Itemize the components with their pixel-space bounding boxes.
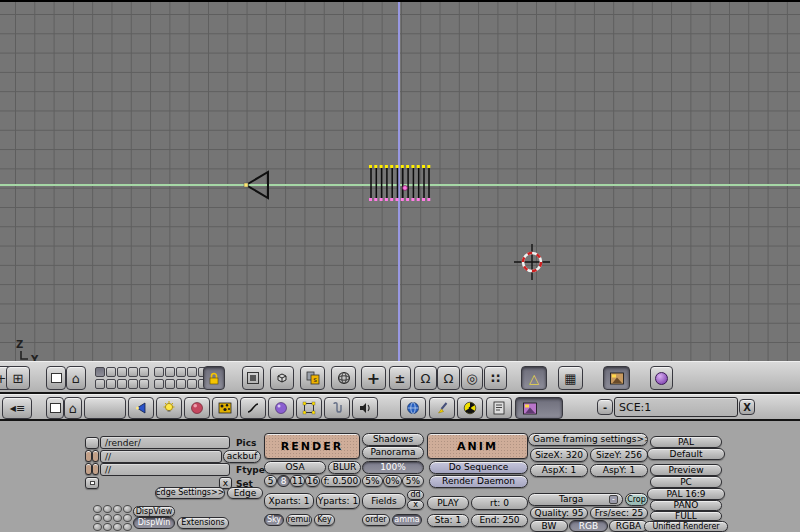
game-framing-button[interactable]: Game framing settings >> [528,433,648,446]
sta-stepper[interactable]: Sta: 1 [427,514,469,527]
layer-toggle[interactable] [95,367,105,377]
preset-unified-renderer-button[interactable]: Unified Renderer [644,521,728,532]
fullscreen-grid-icon-button[interactable]: ⊞ [6,366,30,390]
layer-toggle[interactable] [154,367,164,377]
backbuf-path-field[interactable]: // [100,450,222,463]
osa-16-button[interactable]: 16 [305,475,320,487]
backbuf-button[interactable]: ackbuf [223,450,261,463]
theme-icon-button[interactable] [650,366,673,390]
scene-close-button[interactable]: X [739,399,755,415]
fields-x-toggle[interactable]: x [407,500,424,510]
magnet-icon-button[interactable]: Ω [414,366,437,390]
osa-11-button[interactable]: 11 [290,475,305,487]
render-buttons-icon-button[interactable] [515,397,563,419]
scene-minus-button[interactable]: - [597,399,613,415]
preset-pal-button[interactable]: PAL [650,436,722,448]
edit-buttons-icon-button[interactable] [296,397,322,419]
ftype-mini-button-2[interactable] [92,463,99,475]
sound-buttons-icon-button[interactable] [352,397,378,419]
blur-5pct-button[interactable]: 5% [362,475,383,487]
aspy-stepper[interactable]: AspY: 1 [590,464,648,477]
preset-full-button[interactable]: FULL [650,511,722,521]
preset-pc-button[interactable]: PC [650,476,722,488]
yparts-stepper[interactable]: Yparts: 1 [316,493,360,509]
aspx-stepper[interactable]: AspX: 1 [530,464,588,477]
rgba-toggle[interactable]: RGBA [609,520,648,532]
material-buttons-icon-button[interactable] [184,397,210,419]
layer-toggle[interactable] [139,379,149,389]
sizex-stepper[interactable]: SizeX: 320 [530,448,588,462]
set-mini-button[interactable] [85,477,99,489]
window-icon-button[interactable] [46,366,66,390]
size-100-toggle[interactable]: 100% [362,461,424,474]
3d-viewport[interactable]: Z Y [0,2,800,361]
camera-object[interactable] [238,166,274,204]
render-button[interactable]: RENDER [264,433,360,459]
key-toggle[interactable]: Key [314,514,335,526]
xparts-stepper[interactable]: Xparts: 1 [264,493,314,509]
do-sequence-toggle[interactable]: Do Sequence [429,461,528,474]
render-preview-icon-button[interactable] [603,366,630,390]
home-icon-button-2[interactable]: ⌂ [64,397,82,419]
dispview-button[interactable]: DispView [133,506,175,517]
preset-pano-button[interactable]: PANO [650,500,722,511]
border-toggle[interactable]: order [362,514,390,526]
draw-mode-icon-button[interactable] [270,366,294,390]
layer-toggle[interactable] [165,367,175,377]
paint-buttons-icon-button[interactable] [429,397,455,419]
layer-toggle[interactable] [117,379,127,389]
layer-toggle[interactable] [187,367,197,377]
rt-stepper[interactable]: rt: 0 [471,496,528,510]
oval-button[interactable] [123,505,132,513]
edge-button[interactable]: Edge [227,487,263,499]
shadows-toggle[interactable]: Shadows [362,433,424,446]
radiosity-buttons-icon-button[interactable] [457,397,483,419]
window-type-menu-button[interactable]: ◀ ≡ [2,397,32,419]
layer-toggle[interactable] [106,367,116,377]
pics-path-field[interactable]: /render/ [100,436,230,449]
anim-button[interactable]: ANIM [427,433,528,459]
anim-buttons-icon-button[interactable] [240,397,266,419]
rotation-sphere-icon-button[interactable] [331,366,356,390]
osa-8-button[interactable]: 8 [277,475,290,487]
face-select-icon-button[interactable]: s [300,366,325,390]
layer-toggle[interactable] [187,379,197,389]
snap-target-icon-button[interactable]: ◎ [461,366,483,390]
blur-toggle[interactable]: BLUR [328,461,361,474]
layer-toggle[interactable] [176,379,186,389]
layer-toggle[interactable] [128,379,138,389]
ftype-path-field[interactable]: // [100,463,230,476]
oval-button[interactable] [93,523,102,531]
osa-5-button[interactable]: 5 [264,475,277,487]
oval-button[interactable] [103,505,112,513]
layer-toggle[interactable] [95,379,105,389]
preset-pal169-button[interactable]: PAL 16:9 [647,488,725,500]
oval-button[interactable] [113,523,122,531]
blur-0pct-button[interactable]: 0% [383,475,402,487]
filetype-dropdown[interactable]: Targa - [528,493,623,506]
premul-toggle[interactable]: remul [286,514,312,526]
focal-value-button[interactable]: f: 0.500 [321,475,361,487]
end-stepper[interactable]: End: 250 [471,514,528,527]
gamma-toggle[interactable]: amma [392,514,422,526]
window-icon-button-2[interactable] [46,397,64,419]
layer-toggle[interactable] [106,379,116,389]
blur-5pct-button-2[interactable]: 5% [402,475,424,487]
sizey-stepper[interactable]: SizeY: 256 [590,448,648,462]
grid-table-icon-button[interactable]: ▦ [558,366,583,390]
layer-toggle[interactable] [165,379,175,389]
fields-toggle[interactable]: Fields [362,493,406,509]
home-icon-button[interactable]: ⌂ [66,366,86,390]
magnet-dot-icon-button[interactable]: Ω [437,366,460,390]
oval-button[interactable] [113,514,122,522]
sky-toggle[interactable]: Sky [264,514,284,526]
script-buttons-icon-button[interactable] [486,397,512,419]
render-daemon-toggle[interactable]: Render Daemon [429,475,528,488]
local-view-icon-button[interactable] [242,366,264,390]
layer-toggle[interactable] [117,367,127,377]
vertex-dots-icon-button[interactable]: ∷ [484,366,507,390]
layer-toggle[interactable] [154,379,164,389]
dispwin-button[interactable]: DispWin [133,517,175,529]
logic-buttons-icon-button[interactable] [400,397,426,419]
world-buttons-icon-button[interactable] [268,397,294,419]
